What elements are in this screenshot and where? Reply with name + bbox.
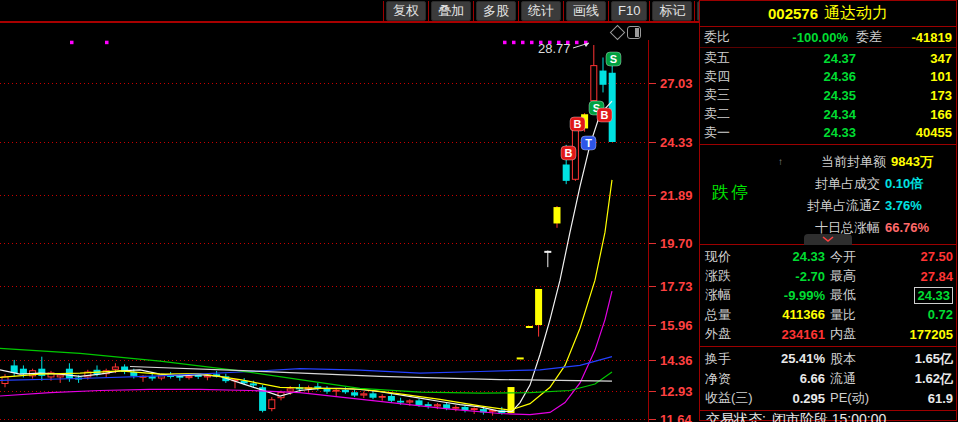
- quote-label: 流通: [828, 370, 880, 388]
- quote-label: 量比: [828, 306, 880, 324]
- quote-value: 177205: [880, 327, 956, 342]
- seal-value: 3.76%: [880, 198, 922, 213]
- quote-cell: 涨幅-9.99%: [700, 286, 828, 304]
- candle-doji: [471, 408, 478, 410]
- high-line-dot: [521, 41, 525, 45]
- candle-doji: [544, 251, 551, 253]
- candle-limit: [535, 289, 542, 325]
- toolbar-separator: [649, 1, 650, 21]
- toolbar-button-[interactable]: 统计: [521, 1, 561, 21]
- seal-label: 封单占成交: [778, 175, 880, 193]
- kline-chart[interactable]: 27.0324.3321.8919.7017.7315.9614.3612.93…: [0, 0, 700, 422]
- ask-price: 24.33: [730, 125, 882, 140]
- ask-row: 卖二24.34166: [700, 105, 956, 124]
- quote-label: 今开: [828, 248, 880, 266]
- quote-cell: 流通1.62亿: [828, 370, 956, 388]
- quote-cell: 净资6.66: [700, 370, 828, 388]
- candle-up: [57, 375, 63, 377]
- quote-panel: 002576 通达动力 委比 -100.00% 委差 -41819 卖五24.3…: [699, 0, 957, 421]
- ask-label: 卖二: [704, 105, 730, 123]
- axis-price-label: 12.93: [660, 384, 693, 399]
- candle-down: [600, 71, 607, 85]
- ask-row: 卖五24.37347: [700, 49, 956, 68]
- axis-price-label: 21.89: [660, 188, 693, 203]
- ma-line-MA5: [0, 101, 612, 411]
- quote-cell: 量比0.72: [828, 306, 956, 324]
- expand-chevron-button[interactable]: [804, 234, 852, 245]
- seal-row: 封单占流通Z3.76%: [778, 195, 933, 217]
- axis-price-label: 27.03: [660, 76, 693, 91]
- quote-label: 涨跌: [700, 267, 761, 285]
- quote-value: 1.65亿: [880, 350, 956, 368]
- weicha-label: 委差: [856, 28, 882, 46]
- ask-volume: 40455: [882, 125, 952, 140]
- candle-down: [351, 392, 358, 395]
- trade-status-value: 闭市阶段 15:00:00: [772, 411, 886, 422]
- stock-name: 通达动力: [824, 3, 888, 24]
- chart-corner-icons: [612, 24, 648, 40]
- quote-value: 25.41%: [761, 351, 828, 366]
- toolbar-button-[interactable]: 叠加: [431, 1, 471, 21]
- quote-row: 总量411366量比0.72: [700, 305, 956, 324]
- seal-label: 当前封单额: [784, 153, 886, 171]
- candle-up: [287, 389, 293, 391]
- trade-badge-letter: T: [585, 137, 592, 149]
- candle-down: [416, 400, 423, 405]
- ask-volume: 166: [882, 107, 952, 122]
- candle-doji: [517, 357, 524, 359]
- candle-limit: [554, 207, 561, 223]
- ask-row: 卖四24.36101: [700, 68, 956, 87]
- quote-value: 1.62亿: [880, 370, 956, 388]
- toolbar-button-[interactable]: 多股: [476, 1, 516, 21]
- quote-row: 涨幅-9.99%最低24.33: [700, 286, 956, 305]
- high-line-dot: [70, 41, 74, 45]
- quote-cell: 总量411366: [700, 306, 828, 324]
- candle-up: [453, 407, 459, 408]
- quote-cell: 现价24.33: [700, 248, 828, 266]
- high-price-annotation: 28.77: [538, 41, 571, 56]
- high-line-dot: [575, 41, 579, 45]
- candle-up: [379, 396, 385, 397]
- toolbar-button-F10[interactable]: F10: [611, 1, 647, 21]
- ask-volume: 173: [882, 88, 952, 103]
- quote-value: 0.72: [880, 307, 956, 322]
- seal-value: 9843万: [886, 153, 933, 171]
- quote-label: 最低: [828, 286, 880, 304]
- high-line-dot: [105, 41, 109, 45]
- ma-line-MA20: [0, 291, 612, 414]
- up-arrow-icon: ↑: [778, 156, 783, 167]
- candle-up: [333, 390, 339, 391]
- ask-volume: 101: [882, 69, 952, 84]
- trade-badge-letter: S: [610, 53, 617, 65]
- quote-cell: 股本1.65亿: [828, 350, 956, 368]
- quote-cell: PE(动)61.9: [828, 389, 956, 407]
- quote-cell: 内盘177205: [828, 325, 956, 343]
- candle-down: [250, 383, 257, 385]
- quote-label: 内盘: [828, 325, 880, 343]
- quote-label: 净资: [700, 370, 761, 388]
- candle-up: [186, 376, 192, 377]
- quote-cell: 最高27.84: [828, 267, 956, 285]
- limit-down-badge: 跌停: [712, 181, 750, 204]
- panel-toggle-icon[interactable]: [627, 26, 641, 39]
- diamond-icon[interactable]: [610, 24, 626, 40]
- quote-label: 涨幅: [700, 286, 761, 304]
- toolbar-separator: [383, 1, 384, 21]
- toolbar-button-[interactable]: 复权: [386, 1, 426, 21]
- toolbar-separator: [608, 1, 609, 21]
- ask-volume: 347: [882, 51, 952, 66]
- candle-down: [370, 393, 377, 397]
- ask-row: 卖一24.3340455: [700, 123, 956, 142]
- quote-value: -9.99%: [761, 288, 828, 303]
- toolbar-button-[interactable]: 画线: [566, 1, 606, 21]
- quote-cell: 换手25.41%: [700, 350, 828, 368]
- quote-value: 24.33: [761, 249, 828, 264]
- quote-value: 234161: [761, 327, 828, 342]
- candle-up: [112, 367, 118, 369]
- ask-label: 卖一: [704, 124, 730, 142]
- quote-grid: 现价24.33今开27.50涨跌-2.70最高27.84涨幅-9.99%最低24…: [700, 245, 956, 347]
- quote-row: 换手25.41%股本1.65亿: [700, 349, 956, 369]
- ask-label: 卖五: [704, 49, 730, 67]
- toolbar-button-[interactable]: 标记: [652, 1, 692, 21]
- ask-row: 卖三24.35173: [700, 86, 956, 105]
